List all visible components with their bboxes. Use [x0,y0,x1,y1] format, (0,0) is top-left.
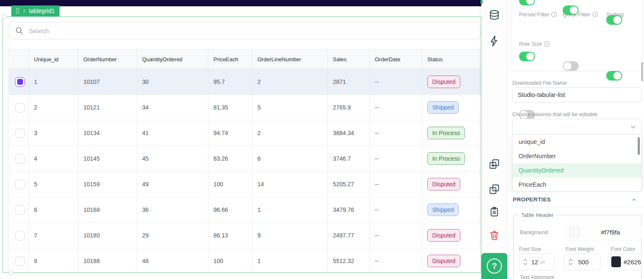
background-hex-value[interactable]: #f7f9fa [580,229,641,236]
chevron-down-icon [629,123,637,131]
actions-button[interactable] [481,35,507,48]
status-badge: In Process [427,152,465,165]
widget-tab-indicator [480,0,483,4]
font-weight-stepper[interactable]: 500 [564,253,600,270]
add-copy-button[interactable] [481,159,507,171]
properties-title: PROPERTIES [513,196,551,203]
paste-icon [489,206,500,217]
resize-handle[interactable] [2,14,7,19]
color-swatch[interactable] [611,256,621,267]
column-header[interactable]: QuantityOrdered [137,50,208,69]
chevron-up-icon[interactable] [631,196,637,203]
database-icon [488,9,500,21]
row-size-label: Row Size i [519,41,550,47]
font-size-value[interactable]: 12 [531,258,538,266]
info-icon: i [544,41,550,47]
question-mark-icon: ? [487,258,502,274]
table-row[interactable]: 710180 2986.13 92497.77 -- Disputed [9,223,484,248]
delete-button[interactable] [481,230,507,242]
row-checkbox[interactable] [15,180,25,189]
status-badge: Shipped [427,101,459,114]
info-icon: i [592,12,598,17]
table-header-legend: Table Header [519,212,556,218]
header-background-input[interactable]: #f7f9fa [565,224,641,240]
dropdown-option-highlighted[interactable]: QuantityOrdered [513,163,641,177]
table-row[interactable]: 110107 3095.7 22871 -- Disputed [9,69,484,95]
column-header[interactable]: Unique_id [29,50,78,69]
column-header[interactable]: Sales [328,50,370,69]
select-parent-icon[interactable]: ↑ [23,8,26,14]
table-search-bar [8,22,480,39]
row-checkbox[interactable] [15,128,25,138]
downloaded-file-name-label: Downloaded File Name [512,80,567,86]
status-badge: Disputed [427,229,460,242]
column-header[interactable]: OrderNumber [78,50,137,69]
row-checkbox[interactable] [15,205,25,215]
text-alignment-label: Text Alignment [520,274,554,279]
row-checkbox[interactable] [15,103,25,112]
help-button[interactable]: ? [481,253,507,279]
row-checkbox[interactable] [15,154,25,164]
color-swatch[interactable] [569,227,580,237]
table-row[interactable]: 610168 3696.66 13479.76 -- Shipped [9,197,484,223]
stepper-arrows-icon[interactable] [565,258,575,266]
sorting-toggle[interactable] [606,71,622,81]
persist-filter-toggle[interactable] [519,52,535,61]
row-checkbox[interactable] [15,256,25,266]
resize-handle[interactable] [9,270,13,275]
widget-action-rail: ? [481,0,507,279]
header-checkbox-cell [9,50,29,69]
background-label: Background [520,229,548,235]
row-checkbox[interactable] [15,231,25,240]
font-weight-label: Font Weight [566,246,594,252]
status-badge: Disputed [427,178,460,190]
dropdown-scrollbar[interactable] [638,137,640,155]
editable-columns-dropdown: unique_id OrderNumber QuantityOrdered Pr… [512,135,641,192]
drag-handle-icon[interactable] [16,8,19,14]
table-header-row: Unique_id OrderNumber QuantityOrdered Pr… [9,50,484,69]
sorting-label: Sorting [606,11,623,18]
top-bar [0,0,481,6]
font-size-unit: px [540,259,545,264]
properties-section-header[interactable]: PROPERTIES [508,192,644,207]
dropdown-option[interactable]: unique_id [513,135,641,149]
toggle-partial[interactable] [519,0,535,5]
font-size-label: Font Size [519,246,541,252]
font-size-stepper[interactable]: 12 px [519,253,555,270]
persist-filter-label: Persist Filter i [519,11,557,18]
column-header[interactable]: OrderLineNumber [252,50,328,69]
info-icon: i [551,12,557,17]
search-input[interactable] [29,27,474,34]
app-canvas: ↑ tablegrid1 Unique_id OrderNumber Quant… [0,0,644,279]
editable-columns-label: Choose columns that will be editable [512,112,597,117]
quick-filter-toggle[interactable] [563,61,579,71]
data-table: Unique_id OrderNumber QuantityOrdered Pr… [8,50,484,274]
status-badge: In Process [427,127,465,139]
table-row[interactable]: 410145 4583.26 63746.7 -- In Process [9,146,484,172]
lightning-icon [488,35,500,47]
column-header[interactable]: OrderDate [370,50,422,69]
downloaded-file-name-input[interactable] [512,87,641,102]
dropdown-option[interactable]: OrderNumber [513,149,641,163]
widget-name-label: tablegrid1 [29,8,55,14]
editable-columns-select[interactable] [512,119,641,135]
row-checkbox[interactable] [15,77,25,87]
table-row[interactable]: 310134 4194.74 23884.34 -- In Process [9,120,484,146]
column-header[interactable]: Status [422,50,484,69]
table-row[interactable]: 210121 3481.35 52765.9 -- Shipped [9,95,484,120]
font-color-input[interactable]: #2626 [608,253,641,270]
widget-name-tag[interactable]: ↑ tablegrid1 [11,5,60,16]
copy-icon [489,184,500,195]
column-header[interactable]: PriceEach [208,50,252,69]
font-color-label: Font Color [611,246,635,252]
bind-data-button[interactable] [481,9,507,22]
table-row[interactable]: 810188 48100 15512.32 -- Disputed [9,248,484,274]
stepper-arrows-icon[interactable] [519,258,530,266]
table-row[interactable]: 510159 49100 145205.27 -- Disputed [9,172,484,197]
font-weight-value[interactable]: 500 [578,258,589,266]
font-color-value[interactable]: #2626 [623,258,641,266]
copy-button[interactable] [481,184,507,196]
panel-scrollbar[interactable] [641,62,643,81]
paste-button[interactable] [481,206,507,219]
dropdown-option[interactable]: PriceEach [513,177,641,192]
